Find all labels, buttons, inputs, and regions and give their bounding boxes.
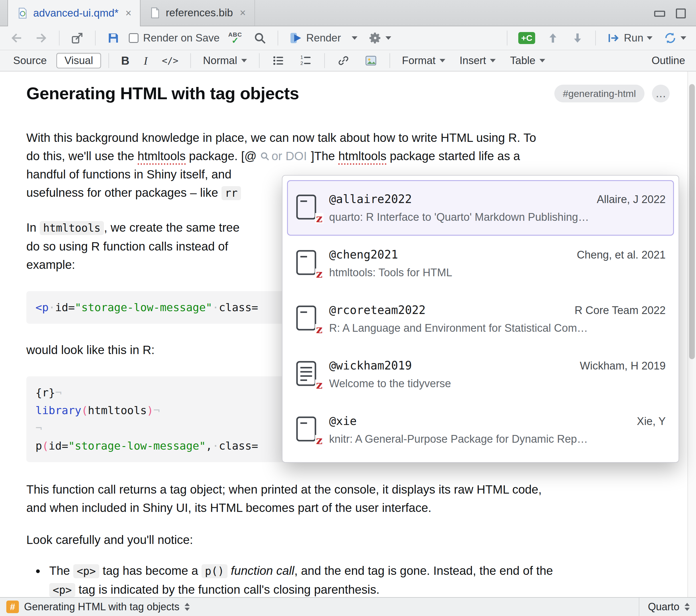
go-to-previous-chunk-button[interactable]	[544, 30, 562, 47]
paragraph-style-dropdown[interactable]: Normal	[198, 53, 251, 68]
section-navigator-arrows[interactable]	[185, 603, 190, 611]
text: usefulness for other packages – like	[26, 186, 222, 199]
spellcheck-check: ✓	[232, 36, 239, 45]
chevron-down-icon	[440, 59, 445, 62]
save-button[interactable]	[104, 30, 123, 47]
citation-title: knitr: A General-Purpose Package for Dyn…	[329, 432, 666, 446]
whitespace-marker: ·	[212, 301, 219, 314]
code-token: class=	[219, 301, 258, 314]
text: , and the end tag is gone. Instead, the …	[294, 564, 553, 578]
toolbar-separator	[324, 53, 325, 68]
paragraph-function-call[interactable]: This function call returns a tag object;…	[26, 481, 670, 517]
table-menu[interactable]: Table	[505, 53, 550, 68]
bullet-list-button[interactable]	[267, 53, 289, 68]
citation-item-xie[interactable]: z @xie Xie, Y knitr: A General-Purpose P…	[287, 402, 674, 457]
paragraph-look-carefully[interactable]: Look carefully and you'll notice:	[26, 531, 670, 549]
maximize-icon[interactable]	[674, 7, 687, 20]
toolbar-separator	[259, 53, 259, 68]
text-line: <p> tag is indicated by the function cal…	[49, 581, 670, 597]
gear-icon	[368, 31, 382, 45]
citation-placeholder[interactable]: [@or DOI]	[241, 149, 314, 163]
insert-image-button[interactable]	[360, 53, 382, 68]
insert-chunk-button[interactable]: +C	[516, 30, 537, 46]
render-button[interactable]: Render	[287, 30, 343, 47]
code-button[interactable]: </>	[157, 54, 183, 67]
bold-button[interactable]: B	[116, 53, 134, 68]
insert-menu[interactable]: Insert	[455, 53, 501, 68]
text: tag has become a	[99, 564, 202, 578]
page-title[interactable]: Generating HTML with tag objects	[26, 83, 554, 103]
citation-title: Welcome to the tidyverse	[329, 377, 666, 390]
source-document-button[interactable]	[661, 30, 689, 47]
section-navigator[interactable]: Generating HTML with tag objects	[24, 601, 179, 613]
text-line: With this background knowledge in place,…	[26, 129, 670, 147]
numbered-list-button[interactable]: 12	[295, 53, 317, 68]
format-menu[interactable]: Format	[397, 53, 450, 68]
italic-icon: I	[144, 54, 147, 67]
find-button[interactable]	[251, 30, 269, 47]
open-in-new-window-button[interactable]	[68, 30, 86, 47]
back-arrow-icon	[10, 31, 23, 45]
forward-button[interactable]	[32, 30, 50, 47]
tab-references-bib[interactable]: references.bib ×	[141, 0, 255, 26]
list-item[interactable]: The <p> tag has become a p() function ca…	[45, 562, 670, 597]
outline-toggle[interactable]: Outline	[648, 54, 687, 67]
svg-text:2: 2	[300, 61, 303, 66]
inline-code: <p>	[73, 564, 99, 578]
render-options-dropdown[interactable]	[349, 35, 360, 42]
outline-label: Outline	[652, 54, 685, 67]
source-mode-button[interactable]: Source	[9, 53, 51, 68]
visual-editor-canvas[interactable]: Generating HTML with tag objects #genera…	[0, 71, 696, 597]
spellcheck-button[interactable]: ABC ✓	[226, 30, 244, 47]
arrow-down-icon	[185, 608, 190, 611]
visual-mode-button[interactable]: Visual	[57, 53, 101, 68]
document-format-selector[interactable]: Quarto	[639, 598, 690, 616]
format-label: Quarto	[648, 601, 679, 613]
citation-id: @allaire2022	[329, 192, 412, 206]
arrow-up-icon	[546, 31, 560, 45]
close-icon[interactable]: ×	[240, 7, 246, 19]
toolbar-separator	[595, 31, 596, 46]
arrow-down-icon	[571, 31, 584, 45]
tab-advanced-ui-qmd[interactable]: advanced-ui.qmd* ×	[7, 0, 141, 26]
heading-more-button[interactable]: …	[652, 85, 670, 102]
code-token: id=	[49, 440, 68, 452]
citation-item-rcoreteam2022[interactable]: z @rcoreteam2022 R Core Team 2022 R: A L…	[287, 291, 674, 346]
text: In	[26, 221, 40, 234]
editor-format-toolbar: Source Visual B I </> Normal 12 Format	[0, 50, 696, 71]
code-token: ,	[206, 440, 212, 452]
run-button[interactable]: Run	[604, 30, 655, 47]
forward-arrow-icon	[34, 31, 48, 45]
heading-row: Generating HTML with tag objects #genera…	[26, 83, 670, 103]
vertical-scrollbar[interactable]	[687, 71, 696, 597]
citation-details: @rcoreteam2022 R Core Team 2022 R: A Lan…	[329, 303, 666, 335]
minimize-icon[interactable]	[653, 7, 666, 20]
window-controls	[653, 7, 687, 20]
render-on-save-label: Render on Save	[143, 32, 220, 44]
source-mode-label: Source	[13, 54, 47, 67]
text: This function call returns a tag object;…	[26, 483, 542, 496]
citation-details: @allaire2022 Allaire, J 2022 quarto: R I…	[329, 192, 666, 224]
go-to-next-chunk-button[interactable]	[568, 30, 587, 47]
citation-item-allaire2022[interactable]: z @allaire2022 Allaire, J 2022 quarto: R…	[287, 180, 674, 236]
close-icon[interactable]: ×	[125, 7, 131, 19]
chevron-down-icon	[241, 59, 247, 62]
citation-details: @wickham2019 Wickham, H 2019 Welcome to …	[329, 358, 666, 390]
back-button[interactable]	[7, 30, 26, 47]
citation-item-wickham2019[interactable]: z @wickham2019 Wickham, H 2019 Welcome t…	[287, 346, 674, 402]
scrollbar-thumb[interactable]	[689, 84, 695, 359]
render-on-save-toggle[interactable]: Render on Save	[129, 32, 220, 44]
text: Look carefully and you'll notice:	[26, 533, 193, 547]
italic-text: function call	[231, 564, 295, 578]
citation-id: @cheng2021	[329, 247, 398, 262]
italic-button[interactable]: I	[139, 53, 152, 69]
insert-link-button[interactable]	[332, 53, 354, 68]
rerun-icon	[663, 31, 677, 45]
render-on-save-checkbox[interactable]	[129, 33, 139, 43]
settings-button[interactable]	[366, 30, 394, 47]
heading-anchor-badge[interactable]: #generating-html	[554, 85, 645, 102]
citation-author: Wickham, H 2019	[580, 360, 666, 372]
zotero-icon: z	[315, 379, 323, 390]
citation-top-row: @cheng2021 Cheng, et al. 2021	[329, 247, 666, 262]
citation-item-cheng2021[interactable]: z @cheng2021 Cheng, et al. 2021 htmltool…	[287, 236, 674, 291]
